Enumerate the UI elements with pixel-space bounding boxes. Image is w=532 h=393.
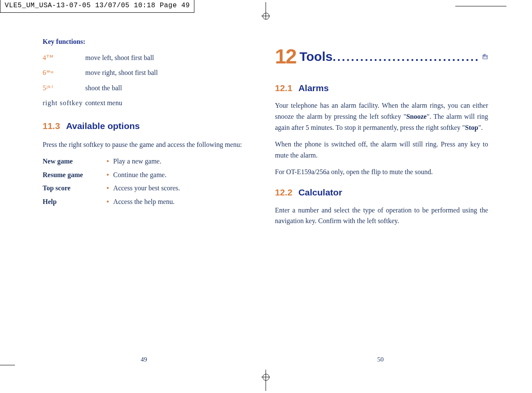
key-label: 5ʲᵏˡ <box>43 83 85 94</box>
page-number-left: 49 <box>141 356 147 363</box>
bullet-icon: • <box>107 169 109 181</box>
key-desc: move right, shoot first ball <box>85 67 158 78</box>
bullet-icon: • <box>107 196 109 207</box>
key-desc: context menu <box>85 98 122 109</box>
key-row: 6ᵐⁿ move right, shoot first ball <box>43 67 249 78</box>
key-row: 4ᵀᴹ move left, shoot first ball <box>43 52 249 63</box>
key-functions-table: 4ᵀᴹ move left, shoot first ball 6ᵐⁿ move… <box>43 52 249 109</box>
option-row: Top score • Access your best scores. <box>43 183 249 194</box>
key-label: 4ᵀᴹ <box>43 52 85 63</box>
option-name: Top score <box>43 183 107 194</box>
section-title: Alarms <box>298 83 329 93</box>
leader-dots: ................................ <box>332 50 480 63</box>
option-desc: Continue the game. <box>113 169 167 181</box>
option-desc: Play a new game. <box>113 156 162 167</box>
key-functions-title: Key functions: <box>43 36 249 47</box>
key-row: 5ʲᵏˡ shoot the ball <box>43 83 249 94</box>
section-12-1-heading: 12.1Alarms <box>275 81 488 95</box>
section-title: Available options <box>66 121 140 131</box>
section-title: Calculator <box>298 187 342 197</box>
section-number: 12.2 <box>275 187 292 197</box>
svg-rect-2 <box>486 56 487 57</box>
print-header: VLE5_UM_USA-13-07-05 13/07/05 10:18 Page… <box>0 0 194 13</box>
option-desc: Access your best scores. <box>113 183 180 194</box>
registration-mark-icon <box>262 370 270 391</box>
key-row: right softkey context menu <box>43 98 249 109</box>
svg-rect-5 <box>485 55 486 55</box>
bullet-icon: • <box>107 156 109 167</box>
bullet-icon: • <box>107 183 109 194</box>
tools-icon <box>482 51 488 62</box>
snooze-label: Snooze <box>406 113 427 120</box>
section-intro: Press the right softkey to pause the gam… <box>43 139 249 150</box>
options-table: New game • Play a new game. Resume game … <box>43 156 249 207</box>
page-number-right: 50 <box>377 356 384 363</box>
page-left: Key functions: 4ᵀᴹ move left, shoot firs… <box>13 36 249 232</box>
key-desc: move left, shoot first ball <box>85 52 154 63</box>
option-name: Resume game <box>43 169 107 181</box>
option-row: New game • Play a new game. <box>43 156 249 167</box>
key-label: right softkey <box>43 98 85 109</box>
option-row: Resume game • Continue the game. <box>43 169 249 181</box>
section-number: 12.1 <box>275 83 292 93</box>
option-desc: Access the help menu. <box>113 196 175 207</box>
body-para: Enter a number and select the type of op… <box>275 205 488 227</box>
key-label: 6ᵐⁿ <box>43 67 85 78</box>
registration-mark-icon <box>262 2 270 19</box>
section-number: 11.3 <box>43 121 60 131</box>
chapter-title: Tools................................ <box>299 46 480 67</box>
option-name: Help <box>43 196 107 207</box>
stop-label: Stop <box>465 124 478 131</box>
page-right: 12 Tools................................… <box>275 36 488 232</box>
body-para: For OT-E159a/256a only, open the flip to… <box>275 166 488 178</box>
option-name: New game <box>43 156 107 167</box>
body-para: Your telephone has an alarm facility. Wh… <box>275 100 488 133</box>
chapter-number: 12 <box>275 40 296 73</box>
svg-rect-3 <box>486 57 487 57</box>
chapter-header: 12 Tools................................ <box>275 40 488 73</box>
key-desc: shoot the ball <box>85 83 122 94</box>
option-row: Help • Access the help menu. <box>43 196 249 207</box>
crop-mark <box>0 365 15 365</box>
svg-rect-1 <box>484 56 485 57</box>
crop-mark <box>455 6 506 6</box>
section-12-2-heading: 12.2Calculator <box>275 185 488 200</box>
body-para: When the phone is switched off, the alar… <box>275 139 488 161</box>
section-11-3-heading: 11.3Available options <box>43 119 249 133</box>
